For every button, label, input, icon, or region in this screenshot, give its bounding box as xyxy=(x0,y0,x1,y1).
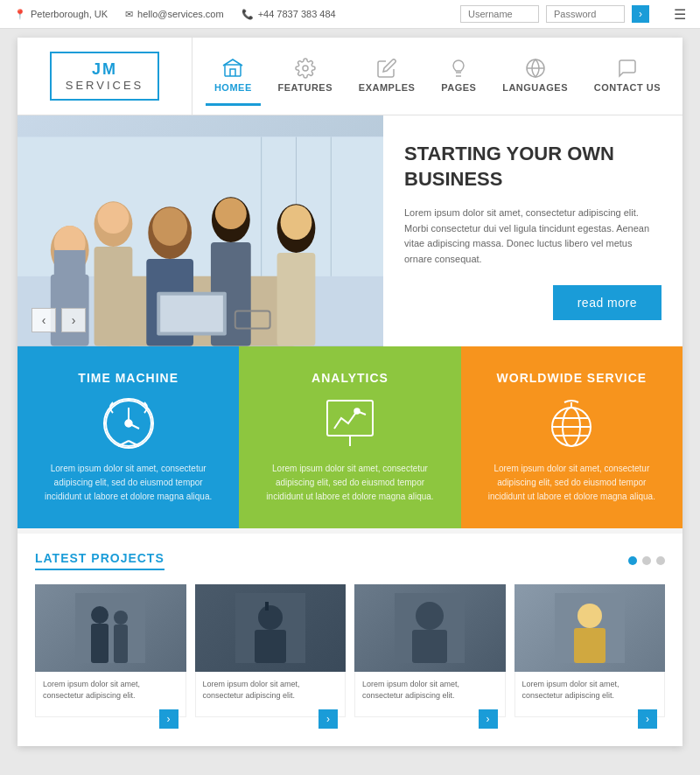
phone-icon: 📞 xyxy=(242,9,254,20)
svg-point-60 xyxy=(578,604,602,628)
feature-text-time: Lorem ipsum dolor sit amet, consectetur … xyxy=(35,462,221,504)
hero-read-more-button[interactable]: read more xyxy=(553,285,662,320)
svg-rect-0 xyxy=(225,65,241,76)
svg-point-23 xyxy=(215,198,247,229)
password-input[interactable] xyxy=(546,5,625,23)
projects-dots xyxy=(628,556,665,565)
project-arrow-4[interactable]: › xyxy=(638,709,657,729)
nav-label-languages: LANGUAGES xyxy=(502,82,568,93)
nav-label-homee: HOMEE xyxy=(214,82,252,93)
hero-content: STARTING YOUR OWN BUSINESS Lorem ipsum d… xyxy=(383,115,682,346)
hero-nav: ‹ › xyxy=(32,308,86,332)
topbar-location: 📍 Peterborough, UK xyxy=(14,9,108,20)
svg-point-1 xyxy=(303,66,308,71)
nav-label-features: FEATURES xyxy=(278,82,332,93)
nav-item-pages[interactable]: PAGES xyxy=(432,47,485,106)
project-img-2: PROJECT2 xyxy=(195,584,346,672)
hero-section: ‹ › STARTING YOUR OWN BUSINESS Lorem ips… xyxy=(18,115,682,346)
dot-2[interactable] xyxy=(642,556,651,565)
username-input[interactable] xyxy=(460,5,539,23)
globe-icon xyxy=(525,58,546,79)
svg-point-57 xyxy=(416,602,444,630)
svg-rect-29 xyxy=(235,311,270,328)
dot-3[interactable] xyxy=(656,556,665,565)
nav-area: HOMEE FEATURES EXAMPLES xyxy=(192,38,682,115)
project-img-4: PROJECT4 xyxy=(514,584,666,672)
project-img-1: PROJECT1 xyxy=(35,584,186,672)
worldwide-icon xyxy=(543,395,599,451)
svg-rect-28 xyxy=(160,295,223,332)
project-img-3: PROJECT3 xyxy=(354,584,506,672)
feature-text-worldwide: Lorem ipsum dolor sit amet, consectetur … xyxy=(479,462,665,504)
pencil-icon xyxy=(376,58,397,79)
project-info-1: Lorem ipsum dolor sit amet, consectetur … xyxy=(35,672,186,717)
project-arrow-3[interactable]: › xyxy=(479,709,498,729)
nav-item-homee[interactable]: HOMEE xyxy=(206,47,261,106)
proj4-illustration xyxy=(555,593,625,663)
proj2-illustration xyxy=(235,593,305,663)
svg-point-38 xyxy=(354,408,360,414)
project-info-2: Lorem ipsum dolor sit amet, consectetur … xyxy=(195,672,346,717)
topbar-phone: 📞 +44 7837 383 484 xyxy=(242,9,336,20)
logo-services: SERVICES xyxy=(66,79,144,92)
project-text-3: Lorem ipsum dolor sit amet, consectetur … xyxy=(362,679,498,702)
location-icon: 📍 xyxy=(14,9,26,20)
gear-icon xyxy=(295,58,316,79)
nav-item-contact[interactable]: CONTACT US xyxy=(585,47,669,106)
nav-item-examples[interactable]: EXAMPLES xyxy=(350,47,424,106)
svg-point-17 xyxy=(98,202,130,234)
email-text: hello@services.com xyxy=(137,9,224,19)
project-card-3: PROJECT3 Lorem ipsum dolor sit amet, con… xyxy=(354,584,506,729)
project-info-4: Lorem ipsum dolor sit amet, consectetur … xyxy=(514,672,666,717)
svg-rect-16 xyxy=(94,247,133,346)
project-text-1: Lorem ipsum dolor sit amet, consectetur … xyxy=(43,679,178,702)
feature-title-time: TIME MACHINE xyxy=(78,371,178,385)
project-info-3: Lorem ipsum dolor sit amet, consectetur … xyxy=(354,672,506,717)
home-icon xyxy=(222,58,243,79)
svg-rect-54 xyxy=(255,630,286,663)
nav-label-contact: CONTACT US xyxy=(594,82,661,93)
svg-rect-49 xyxy=(91,624,108,663)
email-icon: ✉ xyxy=(125,9,133,20)
feature-card-analytics: ANALYTICS Lorem ipsum dolor sit amet, co… xyxy=(239,346,460,528)
hero-image: ‹ › xyxy=(18,115,383,346)
svg-rect-37 xyxy=(327,401,373,436)
svg-rect-25 xyxy=(277,253,316,346)
svg-rect-55 xyxy=(265,602,269,611)
project-text-4: Lorem ipsum dolor sit amet, consectetur … xyxy=(522,679,658,702)
login-button[interactable]: › xyxy=(632,5,649,23)
feature-card-time-machine: TIME MACHINE Lorem ipsum dolor sit amet,… xyxy=(18,346,239,528)
hero-text: Lorem ipsum dolor sit amet, consectetur … xyxy=(404,206,662,267)
projects-title: LATEST PROJECTS xyxy=(35,551,164,570)
projects-grid: PROJECT1 Lorem ipsum dolor sit amet, con… xyxy=(35,584,665,729)
main-wrapper: JM SERVICES HOMEE FEATURES xyxy=(18,38,682,746)
phone-text: +44 7837 383 484 xyxy=(258,9,336,19)
projects-section: LATEST PROJECTS xyxy=(18,534,682,746)
logo-box: JM SERVICES xyxy=(50,52,160,101)
nav-item-features[interactable]: FEATURES xyxy=(270,47,341,106)
hero-prev-button[interactable]: ‹ xyxy=(32,308,56,332)
hero-next-button[interactable]: › xyxy=(61,308,86,332)
project-arrow-2[interactable]: › xyxy=(318,709,338,729)
svg-point-50 xyxy=(114,611,128,625)
nav-item-languages[interactable]: LANGUAGES xyxy=(494,47,577,106)
feature-text-analytics: Lorem ipsum dolor sit amet, consectetur … xyxy=(256,462,443,504)
svg-rect-14 xyxy=(54,250,86,276)
feature-title-worldwide: WORLDWIDE SERVICE xyxy=(497,371,648,385)
chat-icon xyxy=(617,58,638,79)
lightbulb-icon xyxy=(448,58,469,79)
nav-label-pages: PAGES xyxy=(441,82,476,93)
feature-title-analytics: ANALYTICS xyxy=(312,371,388,385)
topbar-email: ✉ hello@services.com xyxy=(125,9,224,20)
hamburger-icon[interactable]: ☰ xyxy=(674,6,686,23)
proj1-illustration xyxy=(75,593,145,663)
svg-point-53 xyxy=(258,605,283,630)
logo-area: JM SERVICES xyxy=(18,38,192,115)
project-arrow-1[interactable]: › xyxy=(159,709,178,729)
project-card-4: PROJECT4 Lorem ipsum dolor sit amet, con… xyxy=(514,584,666,729)
svg-point-20 xyxy=(152,207,187,246)
features-section: TIME MACHINE Lorem ipsum dolor sit amet,… xyxy=(18,346,682,528)
svg-rect-58 xyxy=(412,630,447,663)
dot-1[interactable] xyxy=(628,556,637,565)
location-text: Peterborough, UK xyxy=(31,9,108,19)
